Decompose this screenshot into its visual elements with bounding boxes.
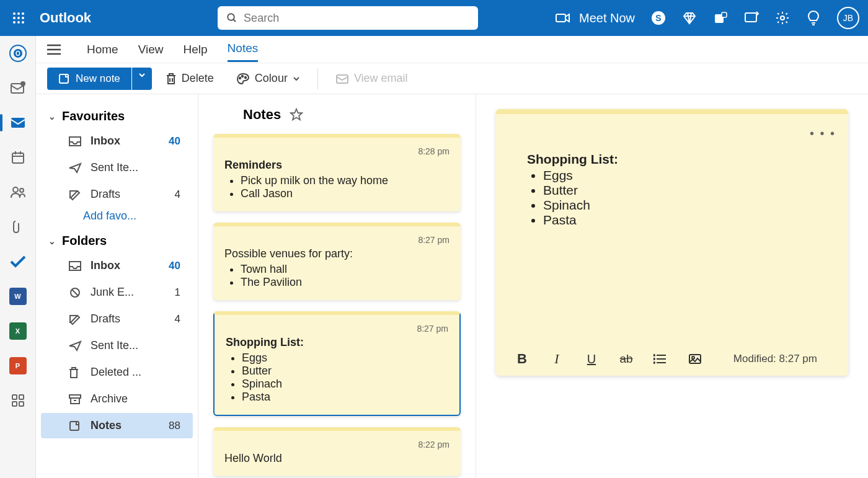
svg-point-7 — [17, 21, 20, 24]
note-time: 8:22 pm — [224, 440, 450, 449]
svg-text:+: + — [21, 81, 24, 87]
draft-icon — [68, 313, 82, 325]
rail-mail-icon[interactable] — [7, 112, 29, 134]
rail-outlook-icon[interactable]: O — [7, 42, 29, 64]
image-button[interactable] — [688, 353, 703, 365]
new-note-dropdown[interactable] — [132, 68, 152, 90]
tips-icon[interactable] — [806, 11, 821, 25]
svg-rect-42 — [337, 75, 348, 83]
view-email-label: View email — [354, 72, 408, 85]
note-menu-icon[interactable]: • • • — [527, 126, 836, 141]
note-title: Shopping List: — [527, 152, 817, 167]
folder-count: 40 — [169, 260, 180, 272]
svg-point-39 — [239, 77, 241, 78]
italic-button[interactable]: I — [549, 351, 564, 367]
colour-button[interactable]: Colour — [228, 67, 309, 90]
folder-sent[interactable]: Sent Ite... — [41, 333, 193, 358]
underline-button[interactable]: U — [584, 352, 599, 366]
folder-inbox[interactable]: Inbox 40 — [41, 253, 193, 278]
new-note-label: New note — [76, 73, 120, 85]
app-launcher-icon[interactable] — [9, 8, 29, 28]
rail-files-icon[interactable] — [7, 216, 29, 238]
rail-word-icon[interactable]: W — [7, 285, 29, 308]
rail-people-icon[interactable] — [7, 181, 29, 203]
svg-point-29 — [13, 187, 18, 192]
rail-powerpoint-icon[interactable]: P — [7, 355, 29, 377]
settings-icon[interactable] — [775, 11, 790, 25]
strikethrough-button[interactable]: ab — [619, 352, 634, 366]
note-card[interactable]: 8:28 pmRemindersPick up milk on the way … — [213, 134, 461, 211]
video-icon — [556, 12, 570, 24]
svg-rect-24 — [11, 118, 25, 128]
premium-icon[interactable] — [682, 11, 697, 25]
tab-notes[interactable]: Notes — [228, 37, 259, 62]
folder-count: 88 — [169, 420, 180, 432]
note-editor[interactable]: • • • Shopping List: EggsButterSpinachPa… — [496, 109, 848, 376]
folder-sent-fav[interactable]: Sent Ite... — [41, 155, 193, 180]
meet-now-label: Meet Now — [579, 11, 635, 25]
user-avatar[interactable]: JB — [837, 7, 859, 29]
palette-icon — [236, 73, 250, 85]
folder-deleted[interactable]: Deleted ... — [41, 360, 193, 385]
tab-view[interactable]: View — [138, 38, 164, 61]
folder-label: Archive — [91, 392, 128, 405]
folder-archive[interactable]: Archive — [41, 386, 193, 412]
hamburger-menu[interactable] — [47, 44, 61, 55]
svg-point-41 — [245, 76, 246, 77]
svg-point-0 — [13, 12, 16, 15]
folder-drafts-fav[interactable]: Drafts 4 — [41, 182, 193, 207]
folder-count: 40 — [169, 135, 180, 148]
note-content[interactable]: Shopping List: EggsButterSpinachPasta — [527, 152, 817, 339]
meet-now-button[interactable]: Meet Now — [556, 11, 635, 25]
svg-line-10 — [233, 19, 236, 22]
folders-section[interactable]: ⌄ Folders — [36, 230, 198, 252]
svg-point-6 — [13, 21, 16, 24]
delete-button[interactable]: Delete — [157, 67, 223, 90]
search-icon — [226, 12, 237, 24]
rail-excel-icon[interactable]: X — [7, 320, 29, 342]
svg-point-51 — [653, 358, 655, 360]
teams-icon[interactable] — [713, 11, 728, 25]
whiteboard-icon[interactable] — [744, 11, 759, 25]
svg-point-30 — [20, 188, 24, 192]
list-button[interactable] — [653, 354, 668, 364]
svg-rect-34 — [19, 402, 24, 406]
svg-point-1 — [17, 12, 20, 15]
note-body: Shopping List:EggsButterSpinachPasta — [226, 336, 448, 404]
favourites-section[interactable]: ⌄ Favourites — [36, 105, 198, 127]
folder-label: Notes — [91, 419, 122, 432]
modified-timestamp: Modified: 8:27 pm — [733, 353, 817, 365]
note-card[interactable]: 8:27 pmShopping List:EggsButterSpinachPa… — [213, 311, 461, 416]
search-box[interactable] — [218, 6, 478, 30]
rail-todo-icon[interactable] — [7, 250, 29, 273]
star-icon[interactable] — [290, 108, 303, 122]
skype-icon[interactable]: S — [651, 11, 666, 25]
folder-inbox-fav[interactable]: Inbox 40 — [41, 128, 193, 154]
tab-help[interactable]: Help — [184, 38, 208, 61]
folder-drafts[interactable]: Drafts 4 — [41, 306, 193, 332]
inbox-icon — [68, 136, 82, 147]
svg-rect-11 — [556, 14, 565, 22]
rail-calendar-icon[interactable] — [7, 146, 29, 169]
svg-text:O: O — [16, 50, 20, 57]
favourites-label: Favourites — [62, 109, 125, 123]
folder-count: 1 — [175, 286, 180, 299]
bold-button[interactable]: B — [515, 351, 529, 367]
search-input[interactable] — [244, 12, 469, 25]
folder-junk[interactable]: Junk E... 1 — [41, 280, 193, 305]
add-favourites-link[interactable]: Add favo... — [36, 210, 198, 223]
rail-more-apps-icon[interactable] — [7, 389, 29, 412]
draft-icon — [68, 188, 82, 201]
new-note-button[interactable]: New note — [47, 68, 131, 90]
app-name: Outlook — [40, 10, 91, 26]
folder-count: 4 — [175, 313, 180, 325]
chevron-down-icon: ⌄ — [48, 236, 56, 246]
tab-home[interactable]: Home — [87, 38, 118, 61]
svg-point-9 — [228, 14, 234, 20]
rail-new-mail-icon[interactable]: + — [7, 77, 29, 99]
svg-rect-33 — [12, 402, 17, 406]
folder-notes[interactable]: Notes 88 — [41, 413, 193, 438]
colour-label: Colour — [255, 72, 288, 85]
note-card[interactable]: 8:22 pmHello World — [213, 427, 461, 476]
note-card[interactable]: 8:27 pmPossible venues for party:Town ha… — [213, 223, 461, 300]
